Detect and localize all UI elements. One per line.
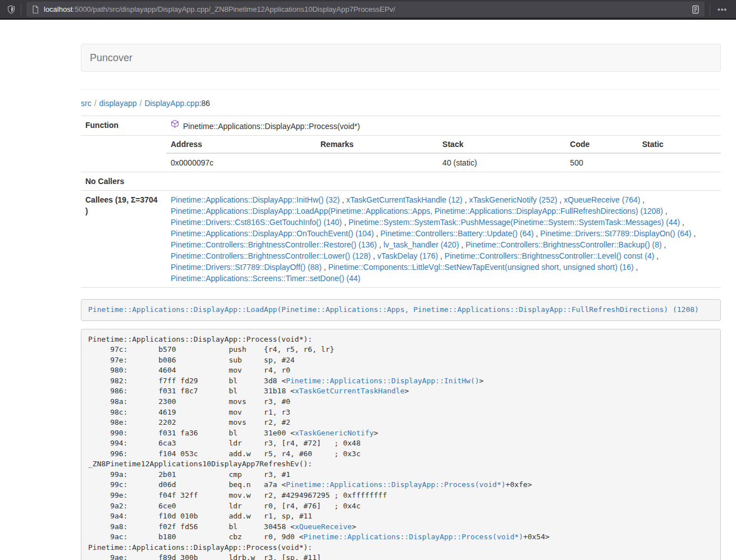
highlight-box: Pinetime::Applications::DisplayApp::Load… — [81, 299, 721, 321]
static-cell — [638, 153, 721, 172]
callees-row: Callees (19, Σ=3704 ) Pinetime::Applicat… — [81, 191, 721, 288]
page-icon — [31, 5, 39, 14]
chrome-separator — [21, 4, 21, 15]
divider — [81, 89, 721, 90]
code-cell: 500 — [565, 153, 637, 172]
function-label: Function — [81, 116, 166, 136]
address-cell: 0x0000097c — [166, 153, 316, 172]
breadcrumb-separator: / — [94, 99, 97, 108]
remarks-cell — [316, 153, 438, 172]
callee-link[interactable]: vTaskDelay (176) — [377, 251, 438, 260]
code-symbol-link[interactable]: xTaskGenericNotify — [295, 429, 374, 437]
cube-icon — [171, 120, 179, 131]
function-row: Function Pinetime::Applications::Display… — [81, 116, 721, 136]
brand-link[interactable]: Puncover — [90, 52, 132, 64]
callee-link[interactable]: xQueueReceive (764) — [564, 195, 640, 204]
code-symbol-link[interactable]: Pinetime::Applications::DisplayApp::Proc… — [286, 480, 505, 489]
url-bar[interactable]: localhost:5000/path/src/displayapp/Displ… — [26, 2, 705, 17]
code-symbol-link[interactable]: xTaskGetCurrentTaskHandle — [295, 387, 405, 395]
remarks-header: Remarks — [316, 136, 438, 153]
code-symbol-link[interactable]: xQueueReceive — [295, 522, 352, 531]
page-container: Puncover src/displayapp/DisplayApp.cpp:8… — [81, 44, 721, 560]
address-header: Address — [166, 136, 316, 153]
callee-link[interactable]: xTaskGenericNotify (252) — [469, 195, 557, 204]
callee-link[interactable]: Pinetime::Applications::DisplayApp::OnTo… — [171, 229, 374, 238]
function-table: Function Pinetime::Applications::Display… — [81, 116, 721, 288]
callee-link[interactable]: Pinetime::Controllers::BrightnessControl… — [171, 251, 371, 260]
callee-link[interactable]: Pinetime::System::SystemTask::PushMessag… — [349, 218, 680, 227]
details-header-row: Address Remarks Stack Code Static — [166, 136, 721, 153]
callee-link[interactable]: xTaskGetCurrentTaskHandle (12) — [346, 195, 463, 204]
assembly-code: Pinetime::Applications::DisplayApp::Proc… — [88, 335, 550, 560]
code-symbol-link[interactable]: Pinetime::Applications::DisplayApp::Proc… — [304, 533, 523, 541]
callee-link[interactable]: Pinetime::Controllers::BrightnessControl… — [171, 240, 377, 249]
url-host: localhost — [44, 5, 72, 13]
breadcrumb-link-file[interactable]: DisplayApp.cpp — [144, 99, 199, 108]
callee-link[interactable]: Pinetime::Applications::Screens::Timer::… — [171, 274, 360, 283]
reader-mode-icon[interactable] — [692, 5, 700, 14]
callee-link[interactable]: Pinetime::Drivers::Cst816S::GetTouchInfo… — [171, 218, 342, 227]
details-value-row: 0x0000097c 40 (static) 500 — [166, 153, 721, 172]
url-text: localhost:5000/path/src/displayapp/Displ… — [44, 5, 687, 13]
no-callers-label: No Callers — [81, 172, 166, 191]
callees-list: Pinetime::Applications::DisplayApp::Init… — [166, 191, 721, 288]
stack-cell: 40 (static) — [438, 153, 565, 172]
static-header: Static — [638, 136, 721, 153]
callee-link[interactable]: Pinetime::Components::LittleVgl::SetNewT… — [328, 263, 634, 272]
function-name: Pinetime::Applications::DisplayApp::Proc… — [183, 122, 360, 131]
callee-link[interactable]: Pinetime::Applications::DisplayApp::Load… — [171, 206, 663, 215]
breadcrumb-link-src[interactable]: src — [81, 99, 92, 108]
breadcrumb-separator: / — [140, 99, 142, 108]
callee-link[interactable]: Pinetime::Applications::DisplayApp::Init… — [171, 195, 340, 204]
breadcrumb-link-displayapp[interactable]: displayapp — [99, 99, 137, 108]
callee-link[interactable]: Pinetime::Drivers::St7789::DisplayOff() … — [171, 263, 322, 272]
callee-link[interactable]: Pinetime::Controllers::BrightnessControl… — [465, 240, 661, 249]
url-path: :5000/path/src/displayapp/DisplayApp.cpp… — [72, 5, 395, 13]
function-details-row: Address Remarks Stack Code Static 0x0000… — [81, 136, 721, 172]
callee-link[interactable]: Pinetime::Controllers::BrightnessControl… — [445, 251, 654, 260]
chrome-separator — [710, 4, 710, 15]
callee-link[interactable]: Pinetime::Drivers::St7789::DisplayOn() (… — [540, 229, 691, 238]
shield-icon[interactable] — [7, 5, 16, 14]
more-icon: ••• — [717, 5, 727, 13]
browser-chrome: localhost:5000/path/src/displayapp/Displ… — [0, 0, 736, 20]
breadcrumb: src/displayapp/DisplayApp.cpp:86 — [81, 98, 721, 109]
navbar: Puncover — [81, 44, 721, 72]
assembly-code-block: Pinetime::Applications::DisplayApp::Proc… — [81, 329, 721, 560]
code-symbol-link[interactable]: Pinetime::Applications::DisplayApp::Init… — [286, 377, 479, 385]
details-table: Address Remarks Stack Code Static 0x0000… — [166, 136, 721, 172]
callee-link[interactable]: Pinetime::Controllers::Battery::Update()… — [381, 229, 534, 238]
callee-link[interactable]: lv_task_handler (420) — [383, 240, 459, 249]
stack-header: Stack — [438, 136, 565, 153]
no-callers-row: No Callers — [81, 172, 721, 191]
loadapp-link[interactable]: Pinetime::Applications::DisplayApp::Load… — [88, 305, 699, 314]
breadcrumb-line-number: :86 — [199, 99, 210, 108]
more-menu-button[interactable]: ••• — [715, 5, 729, 13]
code-header: Code — [565, 136, 637, 153]
callees-label: Callees (19, Σ=3704 ) — [81, 191, 166, 288]
